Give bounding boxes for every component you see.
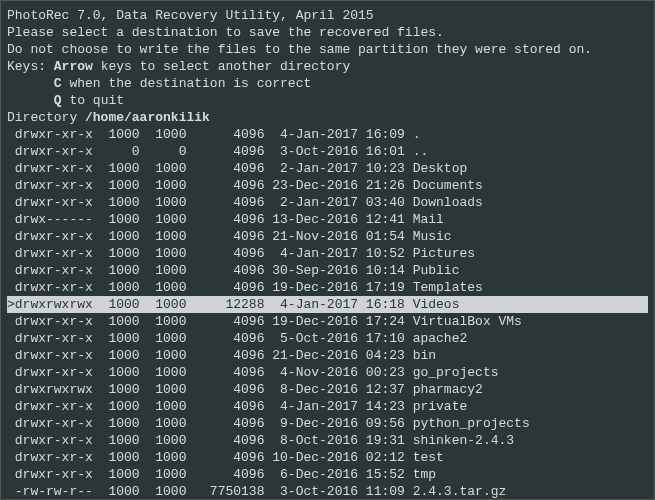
- file-row-selected[interactable]: >drwxrwxrwx 1000 1000 12288 4-Jan-2017 1…: [7, 296, 648, 313]
- file-row[interactable]: drwxr-xr-x 1000 1000 4096 19-Dec-2016 17…: [7, 279, 648, 296]
- file-row[interactable]: drwxr-xr-x 1000 1000 4096 4-Jan-2017 16:…: [7, 126, 648, 143]
- file-row[interactable]: drwxr-xr-x 1000 1000 4096 4-Jan-2017 14:…: [7, 398, 648, 415]
- file-row[interactable]: drwxr-xr-x 1000 1000 4096 4-Jan-2017 10:…: [7, 245, 648, 262]
- file-row[interactable]: drwxrwxrwx 1000 1000 4096 8-Dec-2016 12:…: [7, 381, 648, 398]
- keys-arrow-bold: Arrow: [54, 59, 93, 74]
- keys-q-bold: Q: [54, 93, 62, 108]
- file-row[interactable]: drwxr-xr-x 1000 1000 4096 5-Oct-2016 17:…: [7, 330, 648, 347]
- app-header: PhotoRec 7.0, Data Recovery Utility, Apr…: [7, 7, 648, 24]
- file-row[interactable]: -rw-rw-r-- 1000 1000 7750138 3-Oct-2016 …: [7, 483, 648, 500]
- file-row[interactable]: drwxr-xr-x 1000 1000 4096 21-Nov-2016 01…: [7, 228, 648, 245]
- keys-c-bold: C: [54, 76, 62, 91]
- keys-c-line: C when the destination is correct: [7, 75, 648, 92]
- file-list[interactable]: drwxr-xr-x 1000 1000 4096 4-Jan-2017 16:…: [7, 126, 648, 500]
- file-row[interactable]: drwxr-xr-x 1000 1000 4096 2-Jan-2017 03:…: [7, 194, 648, 211]
- file-row[interactable]: drwxr-xr-x 1000 1000 4096 10-Dec-2016 02…: [7, 449, 648, 466]
- file-row[interactable]: drwxr-xr-x 1000 1000 4096 8-Oct-2016 19:…: [7, 432, 648, 449]
- file-row[interactable]: drwxr-xr-x 1000 1000 4096 30-Sep-2016 10…: [7, 262, 648, 279]
- file-row[interactable]: drwxr-xr-x 0 0 4096 3-Oct-2016 16:01 ..: [7, 143, 648, 160]
- terminal-screen: PhotoRec 7.0, Data Recovery Utility, Apr…: [0, 0, 655, 500]
- file-row[interactable]: drwxr-xr-x 1000 1000 4096 21-Dec-2016 04…: [7, 347, 648, 364]
- file-row[interactable]: drwxr-xr-x 1000 1000 4096 2-Jan-2017 10:…: [7, 160, 648, 177]
- keys-arrow-line: Keys: Arrow keys to select another direc…: [7, 58, 648, 75]
- directory-path: /home/aaronkilik: [85, 110, 210, 125]
- file-row[interactable]: drwxr-xr-x 1000 1000 4096 6-Dec-2016 15:…: [7, 466, 648, 483]
- instruction-2: Do not choose to write the files to the …: [7, 41, 648, 58]
- file-row[interactable]: drwxr-xr-x 1000 1000 4096 19-Dec-2016 17…: [7, 313, 648, 330]
- keys-q-line: Q to quit: [7, 92, 648, 109]
- directory-line: Directory /home/aaronkilik: [7, 109, 648, 126]
- file-row[interactable]: drwxr-xr-x 1000 1000 4096 23-Dec-2016 21…: [7, 177, 648, 194]
- instruction-1: Please select a destination to save the …: [7, 24, 648, 41]
- file-row[interactable]: drwx------ 1000 1000 4096 13-Dec-2016 12…: [7, 211, 648, 228]
- file-row[interactable]: drwxr-xr-x 1000 1000 4096 9-Dec-2016 09:…: [7, 415, 648, 432]
- file-row[interactable]: drwxr-xr-x 1000 1000 4096 4-Nov-2016 00:…: [7, 364, 648, 381]
